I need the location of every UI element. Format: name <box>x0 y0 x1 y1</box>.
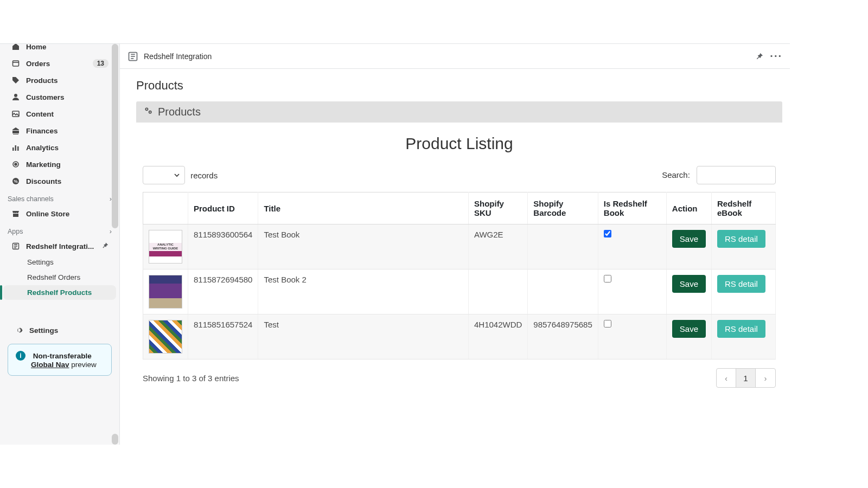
col-product-id[interactable]: Product ID <box>188 192 258 224</box>
col-thumb <box>143 192 188 224</box>
sidebar-item-label: Discounts <box>26 177 108 185</box>
is-redshelf-checkbox[interactable] <box>604 275 611 282</box>
app-page-icon <box>127 51 138 62</box>
pager-next[interactable]: › <box>756 368 775 388</box>
save-button[interactable]: Save <box>672 320 706 338</box>
search-label: Search: <box>662 170 690 179</box>
col-title[interactable]: Title <box>258 192 469 224</box>
chevron-down-icon <box>174 172 180 178</box>
sidebar-item-finances[interactable]: Finances <box>3 123 116 139</box>
home-icon <box>11 44 21 52</box>
sidebar-item-customers[interactable]: Customers <box>3 89 116 105</box>
info-icon: i <box>16 351 25 361</box>
sidebar-item-label: Home <box>26 44 108 51</box>
sales-channels-label: Sales channels <box>8 195 54 203</box>
apps-header[interactable]: Apps › <box>0 222 119 237</box>
records-select[interactable] <box>143 166 185 184</box>
search-input[interactable] <box>697 166 776 184</box>
rs-detail-button[interactable]: RS detail <box>717 275 765 293</box>
rs-detail-button[interactable]: RS detail <box>717 230 765 248</box>
app-icon <box>11 241 21 251</box>
table-row: 8115851657524 Test 4H1042WDD 98576489756… <box>143 314 776 359</box>
cell-sku: AWG2E <box>468 224 527 269</box>
cell-barcode: 9857648975685 <box>528 314 598 359</box>
panel-header-title: Products <box>158 106 201 118</box>
sidebar-item-label: Settings <box>29 326 105 335</box>
col-barcode[interactable]: Shopify Barcode <box>528 192 598 224</box>
more-icon[interactable]: ··· <box>770 50 782 62</box>
sidebar-item-label: Finances <box>26 127 108 135</box>
page-title: Products <box>136 76 782 101</box>
svg-rect-4 <box>15 145 17 151</box>
customers-icon <box>11 92 21 102</box>
breadcrumb-bar: Redshelf Integration ··· <box>120 44 790 69</box>
col-sku[interactable]: Shopify SKU <box>468 192 527 224</box>
cell-product-id: 8115893600564 <box>188 224 258 269</box>
pager-page[interactable]: 1 <box>736 368 756 388</box>
col-action: Action <box>666 192 711 224</box>
is-redshelf-checkbox[interactable] <box>604 320 611 328</box>
is-redshelf-checkbox[interactable] <box>604 230 611 237</box>
sidebar-item-marketing[interactable]: Marketing <box>3 156 116 172</box>
sidebar-item-settings[interactable]: Settings <box>7 322 113 338</box>
gear-icon <box>14 325 24 335</box>
sidebar-item-products[interactable]: Products <box>3 72 116 88</box>
svg-rect-3 <box>12 147 14 151</box>
sidebar-item-label: Orders <box>26 60 93 68</box>
sidebar-item-label: Redshelf Products <box>27 288 108 297</box>
sidebar-item-redshelf-app[interactable]: Redshelf Integrati... <box>3 238 116 254</box>
finances-icon <box>11 126 21 136</box>
product-thumbnail <box>149 320 182 354</box>
sidebar-item-content[interactable]: Content <box>3 106 116 122</box>
save-button[interactable]: Save <box>672 230 706 248</box>
products-icon <box>11 75 21 85</box>
rs-detail-button[interactable]: RS detail <box>717 320 765 338</box>
sidebar-scrollbar[interactable] <box>111 44 119 445</box>
sidebar-item-app-settings[interactable]: Settings <box>3 255 116 269</box>
sidebar-item-label: Products <box>26 76 108 85</box>
pager-prev[interactable]: ‹ <box>717 368 736 388</box>
pin-icon[interactable] <box>101 242 108 251</box>
product-table: Product ID Title Shopify SKU Shopify Bar… <box>143 192 776 359</box>
save-button[interactable]: Save <box>672 275 706 293</box>
svg-rect-5 <box>17 146 19 151</box>
cell-title: Test Book <box>258 224 469 269</box>
analytics-icon <box>11 143 21 152</box>
sidebar-item-home[interactable]: Home <box>3 44 116 55</box>
sidebar-item-redshelf-products[interactable]: Redshelf Products <box>3 285 116 300</box>
sidebar-item-discounts[interactable]: % Discounts <box>3 173 116 189</box>
breadcrumb-title: Redshelf Integration <box>144 52 212 61</box>
product-thumbnail: ANALYTIC WRITING GUIDE <box>149 230 182 264</box>
sales-channels-header[interactable]: Sales channels › <box>0 190 119 205</box>
svg-point-1 <box>14 94 17 97</box>
pin-icon[interactable] <box>755 52 763 60</box>
records-label: records <box>190 171 218 180</box>
panel-header: Products <box>136 101 782 123</box>
sidebar-item-orders[interactable]: Orders 13 <box>3 55 116 72</box>
product-thumbnail <box>149 275 182 309</box>
sidebar-item-analytics[interactable]: Analytics <box>3 139 116 156</box>
cell-title: Test <box>258 314 469 359</box>
sidebar-item-label: Redshelf Integrati... <box>26 242 98 251</box>
sidebar-item-label: Marketing <box>26 160 108 169</box>
main-content: Redshelf Integration ··· Products Produc… <box>119 44 790 445</box>
info-link[interactable]: Global Nav <box>31 361 69 369</box>
listing-title: Product Listing <box>143 134 776 153</box>
svg-rect-0 <box>13 61 19 66</box>
sidebar-item-online-store[interactable]: Online Store <box>3 206 116 222</box>
cell-barcode <box>528 269 598 314</box>
pager: ‹ 1 › <box>716 368 776 388</box>
sidebar-item-label: Customers <box>26 93 108 101</box>
cell-product-id: 8115851657524 <box>188 314 258 359</box>
gears-icon <box>144 106 154 118</box>
sidebar-item-label: Online Store <box>26 210 108 218</box>
cell-sku <box>468 269 527 314</box>
cell-product-id: 8115872694580 <box>188 269 258 314</box>
col-is-redshelf[interactable]: Is Redshelf Book <box>598 192 666 224</box>
info-suffix: preview <box>69 361 97 369</box>
sidebar-item-label: Content <box>26 110 108 118</box>
marketing-icon <box>11 159 21 169</box>
sidebar-item-redshelf-orders[interactable]: Redshelf Orders <box>3 270 116 285</box>
search-control: Search: <box>662 166 776 184</box>
table-row: ANALYTIC WRITING GUIDE 8115893600564 Tes… <box>143 224 776 269</box>
